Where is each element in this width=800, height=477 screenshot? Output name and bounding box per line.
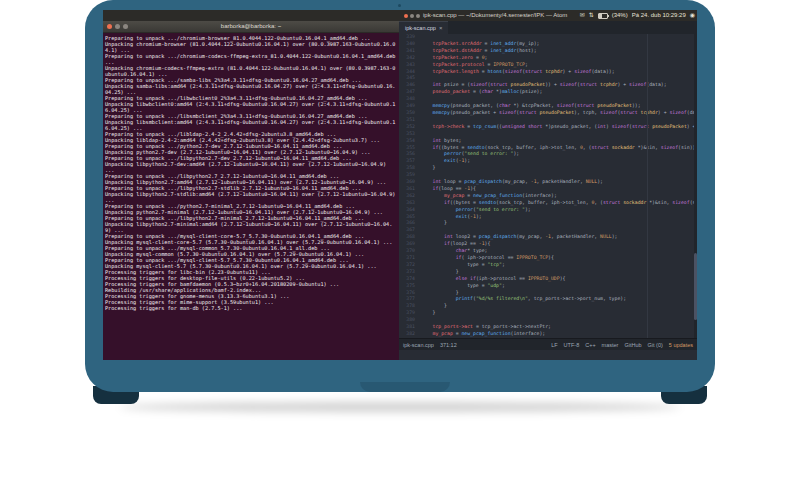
laptop-body: ipk-scan.cpp — ~/Dokumenty/4.semester/IP…	[85, 0, 715, 392]
terminal-titlebar[interactable]: barborka@barborka: ~	[103, 21, 399, 33]
status-right: LFUTF-8C++masterGitHubGit (0) 5 updates	[551, 342, 693, 348]
status-item[interactable]: UTF-8	[564, 342, 580, 348]
terminal-title: barborka@barborka: ~	[103, 21, 399, 32]
code-line: 368 int loop2 = pcap_dispatch(my_pcap, -…	[399, 234, 697, 241]
minimize-icon[interactable]	[410, 14, 414, 18]
line-number: 362	[399, 193, 418, 200]
terminal-line: Unpacking libpython2.7-stdlib:amd64 (2.7…	[105, 191, 397, 203]
code-line: 359	[399, 172, 697, 179]
tab-label: ipk-scan.cpp	[405, 25, 436, 31]
close-icon[interactable]	[404, 14, 408, 18]
status-item[interactable]: LF	[551, 342, 557, 348]
code-line: 376 }	[399, 290, 697, 297]
code-line: 350 memcpy(pseudo_packet + sizeof(struct…	[399, 110, 697, 117]
network-icon[interactable]: ⇅	[589, 10, 594, 21]
status-left: ipk-scan.cpp371:12	[403, 342, 457, 348]
line-number: 380	[399, 317, 418, 324]
code-line: 370 char* type;	[399, 248, 697, 255]
line-number: 353	[399, 131, 418, 138]
terminal-window[interactable]: barborka@barborka: ~ Preparing to unpack…	[103, 21, 399, 360]
code-line: 352 tcph->check = tcp_csum((unsigned sho…	[399, 124, 697, 131]
line-number: 343	[399, 62, 418, 69]
session-menu-icon[interactable]: ◉	[690, 10, 695, 21]
terminal-line: Unpacking libpython2.7-minimal:amd64 (2.…	[105, 221, 397, 233]
window-controls[interactable]	[401, 14, 420, 18]
code-line: 369 if(loop2 == -1){	[399, 241, 697, 248]
page: ipk-scan.cpp — ~/Dokumenty/4.semester/IP…	[0, 0, 800, 477]
atom-editor-window[interactable]: ipk-scan.cpp × 339340 tcpPacket.srcAddr …	[399, 21, 697, 360]
code-line: 367	[399, 227, 697, 234]
code-line: 363 if((bytes = sendto(sock_tcp, buffer,…	[399, 200, 697, 207]
code-line: 360 int loop = pcap_dispatch(my_pcap, -1…	[399, 179, 697, 186]
status-item[interactable]: Git (0)	[648, 342, 663, 348]
line-number: 355	[399, 145, 418, 152]
line-number: 378	[399, 303, 418, 310]
code-line: 381 tcp_ports->act = tcp_ports->act->nex…	[399, 324, 697, 331]
updates-badge[interactable]: 5 updates	[669, 342, 693, 348]
status-item[interactable]: 371:12	[440, 342, 457, 348]
laptop-shadow	[120, 402, 680, 412]
line-number: 367	[399, 227, 418, 234]
code-line: 361 if(loop == -1){	[399, 186, 697, 193]
code-line: 377 printf("%d/%s filtered\n", tcp_ports…	[399, 296, 697, 303]
line-number: 356	[399, 151, 418, 158]
line-number: 375	[399, 283, 418, 290]
terminal-output[interactable]: Preparing to unpack .../chromium-browser…	[103, 33, 399, 360]
clock[interactable]: Pá 24. dub 10:29:29	[632, 10, 686, 21]
tab-close-icon[interactable]: ×	[439, 25, 443, 31]
line-number: 360	[399, 179, 418, 186]
scrollbar[interactable]	[694, 34, 697, 338]
code-line: 382 my_pcap = new_pcap_function(interfac…	[399, 331, 697, 338]
message-icon[interactable]: ✉	[580, 10, 585, 21]
line-number: 346	[399, 82, 418, 89]
code-line: 349 memcpy(pseudo_packet, (char *) &tcpP…	[399, 103, 697, 110]
line-number: 340	[399, 41, 418, 48]
code-line: 354 int bytes;	[399, 138, 697, 145]
code-line: 348	[399, 96, 697, 103]
code-line: 371 if( iph->protocol == IPPROTO_TCP){	[399, 255, 697, 262]
line-number: 341	[399, 48, 418, 55]
line-number: 370	[399, 248, 418, 255]
code-line: 380	[399, 317, 697, 324]
code-line: 374 else if(iph->protocol == IPPROTO_UDP…	[399, 276, 697, 283]
terminal-line: Unpacking samba-libs:amd64 (2:4.3.11+dfs…	[105, 83, 397, 95]
code-area[interactable]: 339340 tcpPacket.srcAddr = inet_addr(my_…	[399, 34, 697, 338]
status-item[interactable]: ipk-scan.cpp	[403, 342, 434, 348]
status-bar: ipk-scan.cpp371:12 LFUTF-8C++masterGitHu…	[399, 338, 697, 350]
panel-indicators: ✉⇅ (34%) Pá 24. dub 10:29:29 ◉	[580, 10, 695, 21]
code-line: 357 exit(-1);	[399, 158, 697, 165]
line-number: 374	[399, 276, 418, 283]
battery-icon[interactable]	[598, 13, 608, 19]
code-line: 342 tcpPacket.zero = 0;	[399, 55, 697, 62]
status-item[interactable]: master	[602, 342, 619, 348]
line-number: 377	[399, 296, 418, 303]
code-line: 365 exit(-1);	[399, 214, 697, 221]
code-line: 346 int psize = (sizeof(struct pseudoPac…	[399, 82, 697, 89]
code-line: 347 pseudo_packet = (char *)malloc(psize…	[399, 89, 697, 96]
line-number: 358	[399, 165, 418, 172]
terminal-line: Unpacking libwbclient0:amd64 (2:4.3.11+d…	[105, 101, 397, 113]
line-number: 381	[399, 324, 418, 331]
status-item[interactable]: GitHub	[624, 342, 641, 348]
battery-percentage[interactable]: (34%)	[612, 10, 628, 21]
line-number: 361	[399, 186, 418, 193]
terminal-line: Preparing to unpack .../chromium-codecs-…	[105, 53, 397, 65]
scrollbar-handle[interactable]	[694, 253, 697, 320]
line-number: 379	[399, 310, 418, 317]
line-number: 372	[399, 262, 418, 269]
code-line: 353	[399, 131, 697, 138]
line-number: 348	[399, 96, 418, 103]
status-item[interactable]: C++	[585, 342, 595, 348]
tab-ipk-scan-cpp[interactable]: ipk-scan.cpp ×	[399, 21, 448, 34]
line-number: 349	[399, 103, 418, 110]
terminal-line: Processing triggers for man-db (2.7.5-1)…	[105, 305, 397, 311]
line-number: 352	[399, 124, 418, 131]
terminal-line: Unpacking libsmbclient:amd64 (2:4.3.11+d…	[105, 119, 397, 131]
line-number: 364	[399, 207, 418, 214]
code-line: 373 }	[399, 269, 697, 276]
line-number: 382	[399, 331, 418, 338]
line-number: 339	[399, 34, 418, 41]
maximize-icon[interactable]	[416, 14, 420, 18]
code-line: 379 }	[399, 310, 697, 317]
line-number: 368	[399, 234, 418, 241]
